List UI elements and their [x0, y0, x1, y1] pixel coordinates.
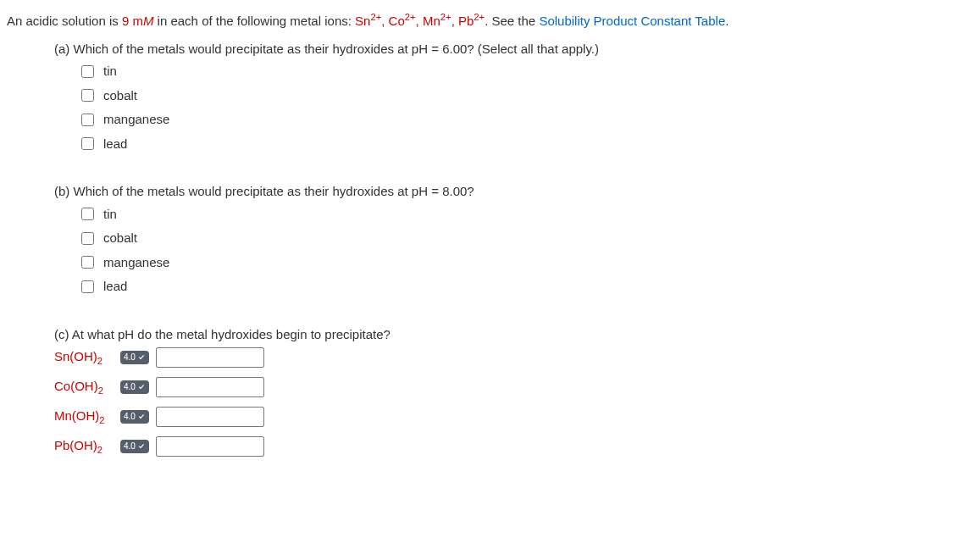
part-c: (c) At what pH do the metal hydroxides b… — [54, 325, 957, 457]
checkbox-cobalt-b[interactable] — [81, 232, 94, 245]
checkbox-tin-a[interactable] — [81, 65, 94, 78]
ion-2: Co2+ — [389, 14, 416, 28]
option-label: cobalt — [103, 86, 137, 106]
ion-1: Sn2+ — [355, 14, 381, 28]
option-tin-b: tin — [78, 205, 957, 225]
option-label: lead — [103, 277, 127, 297]
tolerance-badge: 4.0 — [120, 410, 149, 424]
option-label: tin — [103, 62, 117, 81]
check-icon — [137, 442, 146, 451]
checkbox-lead-a[interactable] — [81, 137, 94, 150]
option-lead-a: lead — [78, 135, 957, 154]
ph-row-co: Co(OH)2 4.0 — [54, 377, 957, 398]
option-label: manganese — [103, 110, 169, 130]
ion-3: Mn2+ — [423, 14, 452, 28]
tolerance-badge: 4.0 — [120, 380, 149, 394]
option-label: lead — [103, 135, 127, 154]
sep: , — [416, 14, 423, 28]
option-label: manganese — [103, 253, 169, 273]
formula-pb: Pb(OH)2 — [54, 436, 114, 457]
checkbox-manganese-b[interactable] — [81, 256, 94, 269]
tolerance-badge: 4.0 — [120, 440, 149, 453]
formula-mn: Mn(OH)2 — [54, 407, 114, 428]
intro-conc-unit: M — [143, 14, 154, 28]
badge-text: 4.0 — [124, 353, 136, 362]
checkbox-manganese-a[interactable] — [81, 114, 94, 126]
checkbox-cobalt-a[interactable] — [81, 89, 94, 102]
badge-text: 4.0 — [124, 383, 136, 391]
part-b-label: (b) Which of the metals would precipitat… — [54, 182, 957, 202]
option-lead-b: lead — [78, 277, 957, 297]
option-manganese-a: manganese — [78, 110, 957, 130]
ph-input-mn[interactable] — [156, 407, 264, 427]
option-cobalt-a: cobalt — [78, 86, 957, 106]
check-icon — [137, 413, 146, 421]
formula-sn: Sn(OH)2 — [54, 347, 114, 369]
intro-after-ions: . See the — [485, 14, 539, 28]
option-label: cobalt — [103, 229, 137, 248]
question-intro: An acidic solution is 9 mM in each of th… — [7, 10, 957, 31]
ion-4: Pb2+ — [458, 14, 485, 28]
part-a: (a) Which of the metals would precipitat… — [54, 40, 957, 154]
part-c-label: (c) At what pH do the metal hydroxides b… — [54, 325, 957, 345]
sep: , — [452, 14, 458, 28]
ph-input-sn[interactable] — [156, 347, 264, 368]
check-icon — [137, 383, 146, 391]
badge-text: 4.0 — [124, 413, 136, 421]
ph-row-mn: Mn(OH)2 4.0 — [54, 407, 957, 428]
intro-prefix: An acidic solution is — [7, 14, 122, 28]
intro-mid: in each of the following metal ions: — [153, 14, 355, 28]
option-manganese-b: manganese — [78, 253, 957, 273]
intro-end: . — [725, 14, 729, 28]
checkbox-lead-b[interactable] — [81, 280, 94, 293]
ph-row-pb: Pb(OH)2 4.0 — [54, 436, 957, 457]
ph-row-sn: Sn(OH)2 4.0 — [54, 347, 957, 369]
checkbox-tin-b[interactable] — [81, 208, 94, 220]
intro-conc: 9 m — [122, 14, 143, 28]
option-cobalt-b: cobalt — [78, 229, 957, 248]
ph-input-co[interactable] — [156, 377, 264, 397]
ksp-table-link[interactable]: Solubility Product Constant Table — [539, 14, 725, 28]
check-icon — [137, 353, 146, 362]
formula-co: Co(OH)2 — [54, 377, 114, 398]
option-label: tin — [103, 205, 117, 225]
part-b: (b) Which of the metals would precipitat… — [54, 182, 957, 297]
badge-text: 4.0 — [124, 442, 136, 451]
sep: , — [381, 14, 388, 28]
ph-input-pb[interactable] — [156, 436, 264, 457]
tolerance-badge: 4.0 — [120, 351, 149, 364]
part-a-label: (a) Which of the metals would precipitat… — [54, 40, 957, 59]
option-tin-a: tin — [78, 62, 957, 81]
